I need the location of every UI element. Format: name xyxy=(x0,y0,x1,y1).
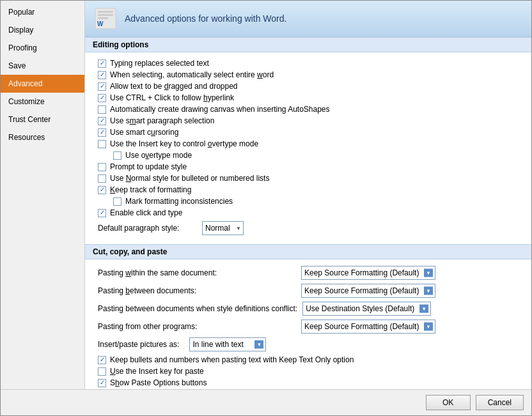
paste-between-docs-wrapper: Keep Source Formatting (Default) xyxy=(301,284,435,298)
sidebar-item-trust-center[interactable]: Trust Center xyxy=(1,111,84,128)
sidebar-item-customize[interactable]: Customize xyxy=(1,93,84,111)
sidebar-item-proofing[interactable]: Proofing xyxy=(1,39,84,57)
option-insert-key: Use the Insert key to control overtype m… xyxy=(98,139,524,148)
paste-same-doc-select[interactable]: Keep Source Formatting (Default) xyxy=(301,266,435,280)
label-drag-drop: Allow text to be dragged and dropped xyxy=(110,82,238,91)
checkbox-overtype[interactable] xyxy=(113,151,121,160)
label-typing-replaces: Typing replaces selected text xyxy=(110,59,209,68)
editing-options-content: Typing replaces selected text When selec… xyxy=(85,56,531,244)
option-mark-inconsist: Mark formatting inconsistencies xyxy=(98,197,524,206)
insert-pictures-row: Insert/paste pictures as: In line with t… xyxy=(98,337,524,351)
sidebar-item-advanced[interactable]: Advanced xyxy=(1,75,84,93)
option-typing-replaces: Typing replaces selected text xyxy=(98,59,524,68)
paste-other-programs-select[interactable]: Keep Source Formatting (Default) xyxy=(301,320,435,334)
option-insert-key-paste: Use the Insert key for paste xyxy=(98,367,524,376)
option-prompt-style: Prompt to update style xyxy=(98,162,524,171)
label-keep-bullets: Keep bullets and numbers when pasting te… xyxy=(110,355,354,364)
option-normal-style: Use Normal style for bulleted or numbere… xyxy=(98,174,524,183)
main-area: W Advanced options for working with Word… xyxy=(85,1,531,389)
label-normal-style: Use Normal style for bulleted or numbere… xyxy=(110,174,269,183)
cut-copy-paste-content: Pasting within the same document: Keep S… xyxy=(85,263,531,389)
label-mark-inconsist: Mark formatting inconsistencies xyxy=(125,197,233,206)
cut-copy-paste-header: Cut, copy, and paste xyxy=(85,244,531,259)
option-auto-select: When selecting, automatically select ent… xyxy=(98,70,524,79)
checkbox-mark-inconsist[interactable] xyxy=(113,197,121,206)
para-style-row: Default paragraph style: Normal xyxy=(98,221,524,235)
para-style-label: Default paragraph style: xyxy=(98,224,197,233)
svg-rect-3 xyxy=(98,17,108,19)
label-overtype: Use overtype mode xyxy=(125,151,192,160)
label-enable-click: Enable click and type xyxy=(110,208,182,217)
word-icon: W xyxy=(94,7,117,30)
sidebar-item-popular[interactable]: Popular xyxy=(1,3,84,21)
paste-conflict-row: Pasting between documents when style def… xyxy=(98,302,524,316)
label-keep-format: Keep track of formatting xyxy=(110,185,191,194)
option-ctrl-click: Use CTRL + Click to follow hyperlink xyxy=(98,93,524,102)
checkbox-smart-cursor[interactable] xyxy=(98,128,106,137)
svg-text:W: W xyxy=(97,20,104,27)
option-show-paste: Show Paste Options buttons xyxy=(98,378,524,387)
paste-between-docs-row: Pasting between documents: Keep Source F… xyxy=(98,284,524,298)
insert-pictures-select[interactable]: In line with text xyxy=(189,337,266,351)
paste-other-programs-wrapper: Keep Source Formatting (Default) xyxy=(301,320,435,334)
option-drag-drop: Allow text to be dragged and dropped xyxy=(98,82,524,91)
option-keep-bullets: Keep bullets and numbers when pasting te… xyxy=(98,355,524,364)
label-insert-key: Use the Insert key to control overtype m… xyxy=(110,139,258,148)
checkbox-insert-key-paste[interactable] xyxy=(98,367,106,376)
insert-pictures-wrapper: In line with text xyxy=(189,337,266,351)
paste-between-docs-label: Pasting between documents: xyxy=(98,286,296,295)
label-ctrl-click: Use CTRL + Click to follow hyperlink xyxy=(110,93,234,102)
paste-conflict-label: Pasting between documents when style def… xyxy=(98,304,297,313)
option-enable-click: Enable click and type xyxy=(98,208,524,217)
insert-pictures-label: Insert/paste pictures as: xyxy=(98,340,179,349)
checkbox-smart-para[interactable] xyxy=(98,117,106,125)
label-smart-para: Use smart paragraph selection xyxy=(110,116,214,125)
sidebar-item-display[interactable]: Display xyxy=(1,21,84,39)
paste-same-doc-wrapper: Keep Source Formatting (Default) xyxy=(301,266,435,280)
content-scroll[interactable]: Editing options Typing replaces selected… xyxy=(85,37,531,389)
sidebar-item-save[interactable]: Save xyxy=(1,57,84,75)
paste-between-docs-select[interactable]: Keep Source Formatting (Default) xyxy=(301,284,435,298)
checkbox-ctrl-click[interactable] xyxy=(98,94,106,102)
checkbox-insert-key[interactable] xyxy=(98,140,106,148)
checkbox-typing-replaces[interactable] xyxy=(98,59,106,68)
checkbox-prompt-style[interactable] xyxy=(98,163,106,171)
svg-rect-1 xyxy=(98,11,113,13)
editing-options-header: Editing options xyxy=(85,37,531,52)
paste-conflict-select[interactable]: Use Destination Styles (Default) xyxy=(302,302,431,316)
checkbox-show-paste[interactable] xyxy=(98,379,106,387)
sidebar-item-resources[interactable]: Resources xyxy=(1,128,84,146)
para-style-dropdown-wrapper: Normal xyxy=(202,221,244,235)
checkbox-drag-drop[interactable] xyxy=(98,82,106,91)
header: W Advanced options for working with Word… xyxy=(85,1,531,37)
header-title: Advanced options for working with Word. xyxy=(125,13,286,24)
checkbox-keep-bullets[interactable] xyxy=(98,356,106,364)
svg-rect-2 xyxy=(98,14,113,16)
option-keep-format: Keep track of formatting xyxy=(98,185,524,194)
checkbox-auto-select[interactable] xyxy=(98,71,106,79)
checkbox-keep-format[interactable] xyxy=(98,186,106,194)
label-show-paste: Show Paste Options buttons xyxy=(110,378,207,387)
dialog-content: PopularDisplayProofingSaveAdvancedCustom… xyxy=(1,1,531,389)
label-auto-canvas: Automatically create drawing canvas when… xyxy=(110,105,330,114)
paste-same-doc-row: Pasting within the same document: Keep S… xyxy=(98,266,524,280)
label-auto-select: When selecting, automatically select ent… xyxy=(110,70,274,79)
paste-other-programs-label: Pasting from other programs: xyxy=(98,322,296,331)
cancel-button[interactable]: Cancel xyxy=(476,395,524,410)
paste-same-doc-label: Pasting within the same document: xyxy=(98,268,296,277)
option-smart-cursor: Use smart cursoring xyxy=(98,128,524,137)
paste-conflict-wrapper: Use Destination Styles (Default) xyxy=(302,302,431,316)
checkbox-normal-style[interactable] xyxy=(98,174,106,183)
label-prompt-style: Prompt to update style xyxy=(110,162,187,171)
para-style-dropdown[interactable]: Normal xyxy=(202,221,244,235)
checkbox-enable-click[interactable] xyxy=(98,209,106,217)
option-auto-canvas: Automatically create drawing canvas when… xyxy=(98,105,524,114)
ok-button[interactable]: OK xyxy=(426,395,471,410)
checkbox-auto-canvas[interactable] xyxy=(98,105,106,114)
option-overtype: Use overtype mode xyxy=(98,151,524,160)
paste-other-programs-row: Pasting from other programs: Keep Source… xyxy=(98,320,524,334)
label-smart-cursor: Use smart cursoring xyxy=(110,128,178,137)
sidebar: PopularDisplayProofingSaveAdvancedCustom… xyxy=(1,1,85,389)
footer: OK Cancel xyxy=(1,389,531,415)
label-insert-key-paste: Use the Insert key for paste xyxy=(110,367,204,376)
